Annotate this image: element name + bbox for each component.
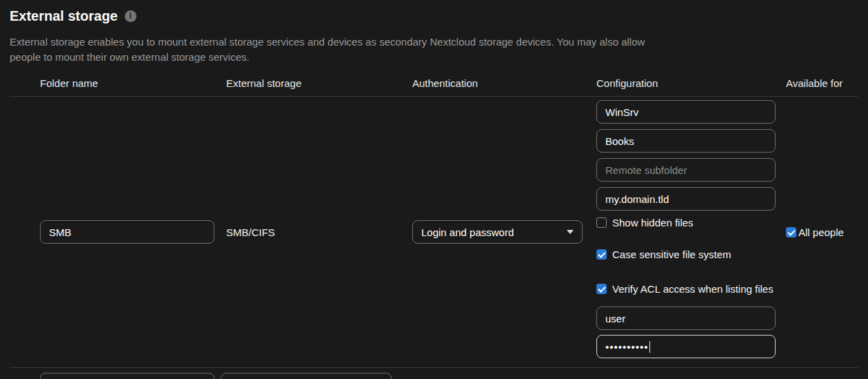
password-masked-value: •••••••••• xyxy=(605,341,649,353)
show-hidden-files-option[interactable]: Show hidden files xyxy=(596,217,786,228)
all-people-option[interactable]: All people xyxy=(786,226,844,238)
case-sensitive-option[interactable]: Case sensitive file system xyxy=(596,249,786,260)
all-people-label: All people xyxy=(798,226,844,238)
text-caret xyxy=(649,341,651,353)
new-folder-name-input[interactable] xyxy=(40,373,214,379)
show-hidden-files-label: Show hidden files xyxy=(612,217,694,229)
authentication-select[interactable]: Login and password xyxy=(412,220,583,244)
authentication-selected-value: Login and password xyxy=(421,226,514,238)
new-storage-select-cell xyxy=(226,373,412,379)
available-for-cell: All people xyxy=(786,97,858,367)
column-header-available-for: Available for xyxy=(786,77,858,96)
column-header-authentication: Authentication xyxy=(412,77,596,96)
username-input[interactable] xyxy=(596,307,776,330)
new-row-spacer xyxy=(10,373,40,379)
host-input[interactable] xyxy=(596,100,776,124)
password-input[interactable]: •••••••••• xyxy=(596,335,776,358)
domain-input[interactable] xyxy=(596,187,776,211)
verify-acl-option[interactable]: Verify ACL access when listing files xyxy=(596,283,786,294)
section-description: External storage enables you to mount ex… xyxy=(10,35,651,65)
section-header: External storage i xyxy=(10,8,858,23)
external-storage-cell: SMB/CIFS xyxy=(226,97,412,367)
external-storage-settings: External storage i External storage enab… xyxy=(0,0,868,379)
table-row: SMB/CIFS Login and password Show hidden … xyxy=(10,97,858,368)
new-storage-row xyxy=(10,368,858,379)
column-header-external-storage: External storage xyxy=(226,77,412,96)
case-sensitive-label: Case sensitive file system xyxy=(612,249,731,260)
page-title: External storage xyxy=(10,8,118,23)
row-spacer xyxy=(10,97,40,367)
column-header-folder-name: Folder name xyxy=(40,77,226,96)
all-people-checkbox[interactable] xyxy=(786,227,796,237)
new-folder-name-cell xyxy=(40,373,226,379)
folder-name-cell xyxy=(40,97,226,367)
share-input[interactable] xyxy=(596,129,776,153)
column-header-configuration: Configuration xyxy=(596,77,786,96)
folder-name-input[interactable] xyxy=(40,220,214,244)
chevron-down-icon xyxy=(567,230,574,234)
table-header-row: Folder name External storage Authenticat… xyxy=(10,65,858,97)
verify-acl-label: Verify ACL access when listing files xyxy=(612,283,774,295)
case-sensitive-checkbox[interactable] xyxy=(596,249,607,260)
remote-subfolder-input[interactable] xyxy=(596,158,776,182)
verify-acl-checkbox[interactable] xyxy=(596,284,607,294)
storage-type-label: SMB/CIFS xyxy=(226,226,275,238)
add-storage-select[interactable] xyxy=(221,373,392,379)
configuration-cell: Show hidden files Case sensitive file sy… xyxy=(596,97,786,367)
show-hidden-files-checkbox[interactable] xyxy=(596,217,607,228)
authentication-cell: Login and password xyxy=(412,97,596,367)
info-icon[interactable]: i xyxy=(125,10,137,22)
